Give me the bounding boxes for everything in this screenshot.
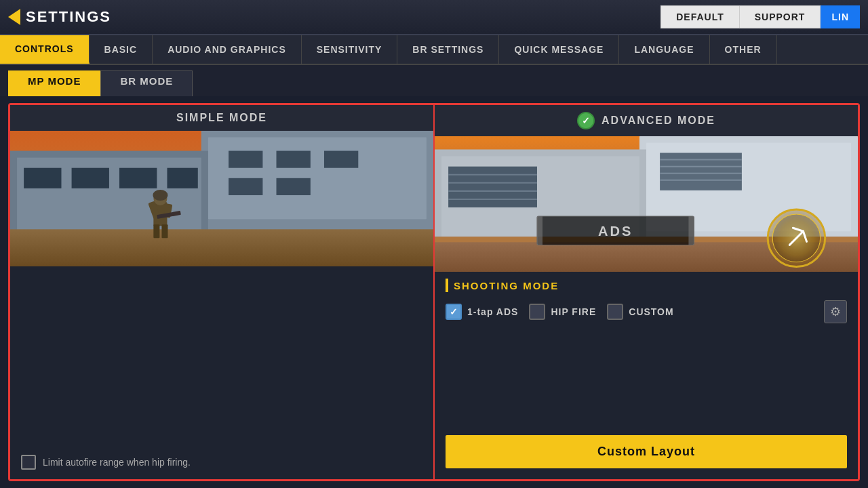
settings-title: SETTINGS xyxy=(26,8,111,26)
tap-ads-label: 1-tap ADS xyxy=(467,306,518,317)
svg-rect-12 xyxy=(119,168,157,188)
simple-mode-panel: SIMPLE MODE xyxy=(10,105,435,479)
advanced-mode-panel: ✓ ADVANCED MODE xyxy=(435,105,858,479)
simple-mode-options: Limit autofire range when hip firing. xyxy=(10,266,433,479)
header: SETTINGS DEFAULT SUPPORT LIN xyxy=(0,0,868,35)
tab-audio-graphics[interactable]: AUDIO AND GRAPHICS xyxy=(153,35,302,64)
hip-fire-option[interactable]: HIP FIRE xyxy=(529,304,596,320)
shooting-mode-label: SHOOTING MODE xyxy=(454,280,559,291)
main-tabs: CONTROLS BASIC AUDIO AND GRAPHICS SENSIT… xyxy=(0,35,868,65)
autofire-label: Limit autofire range when hip firing. xyxy=(43,457,191,468)
svg-rect-5 xyxy=(324,151,358,168)
simple-mode-header: SIMPLE MODE xyxy=(10,105,433,131)
tap-ads-checkbox[interactable]: ✓ xyxy=(446,304,462,320)
custom-layout-section: Custom Layout xyxy=(435,424,858,479)
header-right-buttons: DEFAULT SUPPORT LIN xyxy=(660,5,860,28)
facebook-button[interactable]: LIN xyxy=(821,5,860,28)
sub-tabs: MP MODE BR MODE xyxy=(0,65,868,96)
default-button[interactable]: DEFAULT xyxy=(660,5,739,28)
svg-rect-7 xyxy=(277,178,311,195)
advanced-mode-header: ✓ ADVANCED MODE xyxy=(435,105,858,136)
tab-quick-message[interactable]: QUICK MESSAGE xyxy=(499,35,619,64)
svg-rect-6 xyxy=(229,178,262,195)
advanced-mode-preview[interactable]: ADS xyxy=(435,136,858,272)
advanced-mode-scene: ADS xyxy=(435,136,858,272)
shooting-mode-section: SHOOTING MODE ✓ 1-tap ADS HIP FIRE xyxy=(435,272,858,330)
svg-rect-4 xyxy=(277,151,311,168)
tab-basic[interactable]: BASIC xyxy=(90,35,153,64)
autofire-checkbox[interactable] xyxy=(21,455,36,470)
custom-checkbox[interactable] xyxy=(607,304,623,320)
sub-tab-mp-mode[interactable]: MP MODE xyxy=(8,70,100,96)
hip-fire-checkbox[interactable] xyxy=(529,304,545,320)
svg-text:ADS: ADS xyxy=(598,224,633,239)
yellow-bar-icon xyxy=(446,279,448,292)
advanced-check-icon: ✓ xyxy=(577,112,595,129)
autofire-checkbox-row[interactable]: Limit autofire range when hip firing. xyxy=(21,455,422,470)
simple-mode-scene xyxy=(10,131,433,266)
tap-ads-checkmark: ✓ xyxy=(450,306,458,317)
hip-fire-label: HIP FIRE xyxy=(551,306,596,317)
back-arrow-icon xyxy=(8,9,20,25)
svg-rect-21 xyxy=(153,224,159,238)
sub-tab-br-mode[interactable]: BR MODE xyxy=(100,70,193,96)
tab-language[interactable]: LANGUAGE xyxy=(619,35,709,64)
content-area: SIMPLE MODE xyxy=(0,96,868,488)
custom-option[interactable]: CUSTOM xyxy=(607,304,673,320)
svg-rect-3 xyxy=(229,151,262,168)
svg-rect-42 xyxy=(688,216,694,245)
back-button[interactable]: SETTINGS xyxy=(8,8,111,26)
svg-rect-33 xyxy=(448,167,537,207)
svg-rect-13 xyxy=(167,168,197,188)
svg-rect-26 xyxy=(660,153,742,190)
advanced-mode-title: ADVANCED MODE xyxy=(601,115,715,127)
svg-rect-14 xyxy=(10,229,433,266)
svg-rect-41 xyxy=(537,216,542,245)
gear-icon: ⚙ xyxy=(830,304,841,319)
shooting-options-row: ✓ 1-tap ADS HIP FIRE CUSTOM xyxy=(446,300,847,323)
custom-layout-button[interactable]: Custom Layout xyxy=(446,435,847,468)
svg-rect-10 xyxy=(24,168,61,188)
svg-rect-11 xyxy=(72,168,109,188)
shooting-mode-title-row: SHOOTING MODE xyxy=(446,279,847,292)
support-button[interactable]: SUPPORT xyxy=(739,5,821,28)
gear-button[interactable]: ⚙ xyxy=(824,300,847,323)
tab-br-settings[interactable]: BR SETTINGS xyxy=(397,35,499,64)
simple-mode-preview[interactable] xyxy=(10,131,433,266)
tap-ads-option[interactable]: ✓ 1-tap ADS xyxy=(446,304,518,320)
svg-point-17 xyxy=(153,190,167,201)
tab-other[interactable]: OTHER xyxy=(710,35,777,64)
tab-sensitivity[interactable]: SENSITIVITY xyxy=(302,35,398,64)
tab-controls[interactable]: CONTROLS xyxy=(0,35,90,64)
modes-container: SIMPLE MODE xyxy=(8,103,860,481)
svg-rect-22 xyxy=(161,224,167,238)
custom-label: CUSTOM xyxy=(629,306,673,317)
